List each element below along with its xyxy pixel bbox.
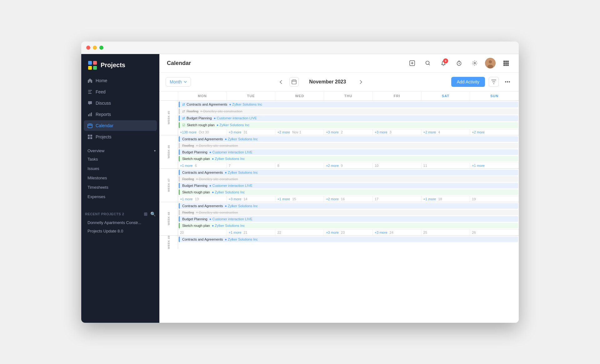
header-actions: 9 <box>407 58 511 68</box>
search-button[interactable] <box>422 58 433 68</box>
filter-icon[interactable]: ⊞ <box>144 212 148 217</box>
day-17[interactable]: 17 <box>373 196 422 202</box>
day-24[interactable]: +3 more 24 <box>373 230 422 235</box>
sidebar-issues[interactable]: Issues <box>84 164 157 173</box>
next-month-button[interactable] <box>356 77 366 87</box>
notifications-button[interactable]: 9 <box>438 58 449 68</box>
day-11[interactable]: 11 <box>422 163 470 168</box>
day-21[interactable]: +1 more 21 <box>227 230 276 235</box>
more-options-button[interactable] <box>502 77 512 87</box>
day-4[interactable]: +2 more 4 <box>422 129 470 135</box>
event-contracts-w45[interactable]: ⇄ Contracts and Agreements ● Zylker Solu… <box>179 102 518 107</box>
more-link-16[interactable]: +2 more <box>326 197 339 201</box>
recent-project-update[interactable]: Projects Update 8.0 <box>81 227 159 235</box>
event-contracts-w49[interactable]: Contracts and Agreements ● Zylker Soluti… <box>179 237 518 242</box>
day-22[interactable]: 22 <box>275 230 324 235</box>
day-12[interactable]: +1 more <box>470 163 519 168</box>
more-link-oct30[interactable]: +138 more <box>180 130 197 134</box>
month-view-dropdown[interactable]: Month <box>166 77 191 87</box>
sidebar-milestones[interactable]: Milestones <box>84 173 157 182</box>
event-budget-w45[interactable]: ⇄ Budget Planning ● Customer interaction… <box>179 115 518 121</box>
more-link-24[interactable]: +3 more <box>375 231 388 234</box>
event-roofing-w46[interactable]: Roofing = Donelley site construction <box>179 143 518 148</box>
close-button[interactable] <box>86 46 90 50</box>
day-15[interactable]: +1 more 15 <box>275 196 324 202</box>
more-link-9[interactable]: +2 more <box>326 164 339 167</box>
more-link-6[interactable]: +1 more <box>180 164 193 167</box>
event-sketch-w47[interactable]: Sketch rough plan ● Zylker Solutions Inc <box>179 189 518 195</box>
event-contracts-w46[interactable]: Contracts and Agreements ● Zylker Soluti… <box>179 136 518 142</box>
sidebar-item-reports[interactable]: Reports <box>84 109 157 120</box>
event-roofing-w48[interactable]: Roofing = Donelley site construction <box>179 210 518 215</box>
search-icon-small[interactable]: 🔍 <box>150 212 156 217</box>
more-link-5[interactable]: +2 more <box>472 130 485 134</box>
day-13[interactable]: +1 more 13 <box>178 196 227 202</box>
event-contracts-w47[interactable]: Contracts and Agreements ● Zylker Soluti… <box>179 170 518 175</box>
settings-button[interactable] <box>469 58 480 68</box>
event-budget-w48[interactable]: Budget Planning ● Customer interaction L… <box>179 216 518 222</box>
more-link-4[interactable]: +2 more <box>423 130 436 134</box>
day-8[interactable]: 8 <box>275 163 324 168</box>
day-26[interactable]: 26 <box>470 230 519 235</box>
overview-arrow[interactable]: ▾ <box>154 149 156 152</box>
more-link-12[interactable]: +1 more <box>472 164 485 167</box>
event-roofing-w47[interactable]: Roofing = Donelley site construction <box>179 176 518 182</box>
svg-rect-6 <box>88 93 92 94</box>
event-roofing-w45[interactable]: ⇄ Roofing = Donelley site construction <box>179 108 518 114</box>
today-button[interactable] <box>289 77 299 87</box>
day-18[interactable]: +1 more 18 <box>422 196 470 202</box>
avatar[interactable] <box>485 58 496 68</box>
day-2[interactable]: +3 more 2 <box>324 129 373 135</box>
week-48-content: Contracts and Agreements ● Zylker Soluti… <box>178 202 519 235</box>
filter-button[interactable] <box>489 77 499 87</box>
day-31[interactable]: +3 more 31 <box>227 129 276 135</box>
more-link-3[interactable]: +3 more <box>375 130 388 134</box>
sidebar-item-feed[interactable]: Feed <box>84 87 157 97</box>
sidebar-timesheets[interactable]: Timesheets <box>84 183 157 192</box>
day-oct30[interactable]: +138 more Oct 30 <box>178 129 227 135</box>
event-sketch-w46[interactable]: Sketch rough plan ● Zylker Solutions Inc <box>179 156 518 162</box>
day-16[interactable]: +2 more 16 <box>324 196 373 202</box>
grid-button[interactable] <box>501 58 511 68</box>
timer-button[interactable] <box>454 58 464 68</box>
day-25[interactable]: 25 <box>422 230 470 235</box>
sidebar-item-home[interactable]: Home <box>84 75 157 86</box>
day-19[interactable]: 19 <box>470 196 519 202</box>
more-link-13[interactable]: +1 more <box>180 197 193 201</box>
maximize-button[interactable] <box>99 46 103 50</box>
day-9[interactable]: +2 more 9 <box>324 163 373 168</box>
event-contracts-w48[interactable]: Contracts and Agreements ● Zylker Soluti… <box>179 203 518 209</box>
event-sketch-w45[interactable]: ☑ Sketch rough plan ● Zylker Solutions I… <box>179 122 518 128</box>
day-20[interactable]: 20 <box>178 230 227 235</box>
prev-month-button[interactable] <box>276 77 286 87</box>
sidebar-expenses[interactable]: Expenses <box>84 192 157 201</box>
sidebar-item-discuss[interactable]: Discuss <box>84 98 157 108</box>
more-link-15[interactable]: +1 more <box>277 197 290 201</box>
day-6[interactable]: +1 more 6 <box>178 163 227 168</box>
day-10[interactable]: 10 <box>373 163 422 168</box>
day-nov1[interactable]: +2 more Nov 1 <box>275 129 324 135</box>
day-14[interactable]: +3 more 14 <box>227 196 276 202</box>
add-button[interactable] <box>407 58 418 68</box>
event-budget-w47[interactable]: Budget Planning ● Customer interaction L… <box>179 183 518 188</box>
event-budget-w46[interactable]: Budget Planning ● Customer interaction L… <box>179 149 518 155</box>
sidebar-item-calendar[interactable]: Calendar <box>84 120 157 131</box>
add-activity-button[interactable]: Add Activity <box>451 77 485 87</box>
more-link-2[interactable]: +3 more <box>326 130 339 134</box>
day-23[interactable]: +3 more 23 <box>324 230 373 235</box>
sidebar-item-projects[interactable]: Projects <box>84 132 157 142</box>
more-link-nov1[interactable]: +2 more <box>277 130 290 134</box>
sidebar-tasks[interactable]: Tasks <box>84 155 157 164</box>
event-sketch-w48[interactable]: Sketch rough plan ● Zylker Solutions Inc <box>179 223 518 228</box>
more-link-31[interactable]: +3 more <box>229 130 242 134</box>
more-link-14[interactable]: +3 more <box>229 197 242 201</box>
minimize-button[interactable] <box>93 46 97 50</box>
recent-project-donnelly[interactable]: Donnelly Apartments Constr... <box>81 218 159 227</box>
svg-point-23 <box>488 65 493 68</box>
day-7[interactable]: 7 <box>227 163 276 168</box>
more-link-21[interactable]: +1 more <box>229 231 242 234</box>
day-5[interactable]: +2 more <box>470 129 519 135</box>
more-link-18[interactable]: +1 more <box>423 197 436 201</box>
day-3[interactable]: +3 more 3 <box>373 129 422 135</box>
more-link-23[interactable]: +3 more <box>326 231 339 234</box>
